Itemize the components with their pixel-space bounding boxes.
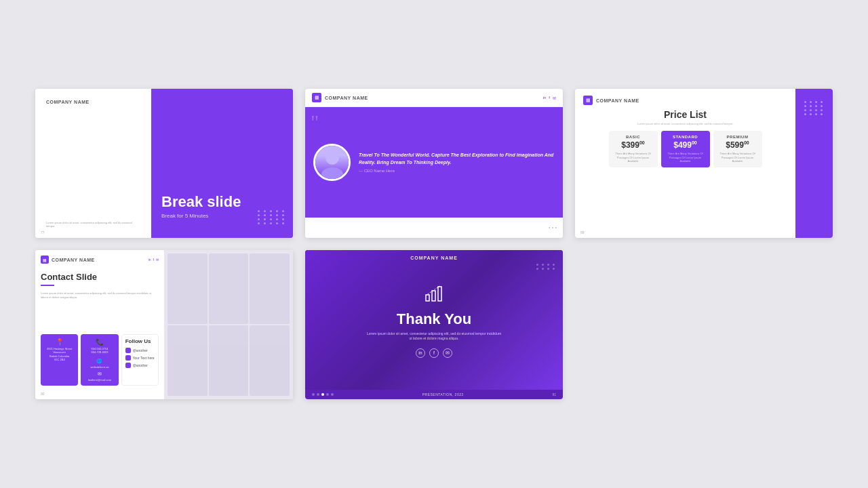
address-card: 📍 4921 Hastings Street Vancouver British… — [41, 334, 78, 386]
tier-premium: PREMIUM — [717, 135, 759, 139]
follow-text-1: @another — [133, 348, 148, 352]
slide-3-price[interactable]: ▦ COMPANY NAME Price List Lorem ipsum do… — [575, 89, 833, 238]
tier-basic: BASIC — [612, 135, 654, 139]
price-premium: $59900 — [717, 140, 759, 150]
contact-right-image — [164, 250, 293, 399]
price-list-subtitle: Lorem ipsum dolor sit amet, consectetur … — [583, 122, 787, 125]
cents-basic: 00 — [639, 140, 645, 145]
follow-us-title: Follow Us — [125, 338, 155, 344]
slide-grid: COMPANY NAME Lorem ipsum dolor sit amet,… — [15, 68, 853, 420]
price-standard: $49900 — [665, 140, 707, 150]
svg-point-1 — [321, 167, 343, 179]
location-icon: 📍 — [45, 338, 74, 346]
thankyou-title: Thank You — [366, 310, 502, 328]
empty-slot — [575, 250, 833, 399]
linkedin-follow-icon — [125, 348, 131, 353]
phone-icon: 📞 — [85, 338, 114, 346]
tier-standard: STANDARD — [665, 135, 707, 139]
website-text: websitehere.ca — [85, 365, 114, 369]
facebook-icon — [272, 94, 279, 101]
price-card-standard: STANDARD $49900 There Are Many Variation… — [661, 131, 710, 167]
cents-standard: 00 — [692, 140, 697, 145]
follow-text-2: Your Text here — [133, 356, 155, 360]
dot-5 — [331, 393, 334, 396]
follow-card: Follow Us @another Your Text here @anoth… — [121, 334, 159, 386]
break-subtitle: Break for 5 Minutes — [161, 213, 208, 219]
email-card-icon: ✉ — [85, 371, 114, 377]
contact-lorem: Lorem ipsum dolor sit amet, consectetur … — [41, 291, 159, 299]
cents-premium: 00 — [744, 140, 749, 145]
slide-number-1: 77 — [41, 230, 45, 235]
company-name-4: COMPANY NAME — [52, 258, 95, 262]
desc-standard: There Are Many Variations Of Passages Of… — [665, 152, 707, 163]
testimonial-avatar — [313, 144, 351, 181]
thankyou-chart-icon — [366, 283, 502, 306]
slide-5-thankyou[interactable]: COMPANY NAME Thank You Lorem ipsum dolor… — [305, 250, 563, 399]
progress-dots — [312, 393, 334, 396]
price-right-decoration — [795, 89, 833, 238]
dot-1 — [312, 393, 315, 396]
thankyou-footer: PRESENTATION, 2022 91 — [305, 390, 563, 399]
desc-premium: There Are Many Variations Of Passages Of… — [717, 152, 759, 163]
phone-card: 📞 604-042-0754 604-728-4603 🌐 websiteher… — [81, 334, 118, 386]
dot-4 — [326, 393, 329, 396]
follow-text-3: @another — [133, 363, 148, 367]
slide-number-4: 90 — [41, 392, 45, 396]
thankyou-lorem: Lorem ipsum dolor sit amet, consectetur … — [366, 331, 502, 342]
contact-slide-title: Contact Slide — [41, 272, 159, 282]
testimonial-quote: Travel To The Wonderful World. Capture T… — [359, 152, 555, 166]
slide-number-3: 89 — [580, 230, 585, 235]
company-name-2: COMPANY NAME — [325, 96, 368, 100]
follow-item-3: @another — [125, 363, 155, 368]
price-list-title: Price List — [583, 109, 787, 120]
price-card-basic: BASIC $39900 There Are Many Variations O… — [609, 131, 658, 167]
thankyou-facebook-icon: f — [429, 348, 439, 358]
follow-item-1: @another — [125, 348, 155, 353]
svg-rect-4 — [438, 287, 441, 301]
email-text: lasthere@mail.com — [85, 378, 114, 382]
phone-text: 604-042-0754 604-728-4603 — [85, 347, 114, 354]
company-name-1: COMPANY NAME — [46, 100, 90, 104]
slide-4-contact[interactable]: ▦ COMPANY NAME in f ✉ Contact Slide Lore… — [35, 250, 293, 399]
company-name-3: COMPANY NAME — [596, 98, 639, 103]
price-card-premium: PREMIUM $59900 There Are Many Variations… — [713, 131, 762, 167]
email-icon — [281, 94, 288, 101]
thankyou-company: COMPANY NAME — [410, 256, 458, 260]
thankyou-social-icons: in f ✉ — [366, 348, 502, 358]
slide-number-5: 91 — [552, 392, 556, 396]
svg-rect-3 — [432, 291, 435, 301]
more-dots-icon: ⋯ — [548, 222, 557, 233]
thankyou-linkedin-icon: in — [416, 348, 425, 358]
facebook-follow-icon — [125, 355, 131, 361]
dot-3 — [321, 393, 324, 396]
thankyou-presentation-year: PRESENTATION, 2022 — [422, 392, 464, 396]
break-title: Break slide — [161, 193, 241, 211]
contact-divider — [41, 285, 54, 286]
linkedin-icon — [263, 94, 270, 101]
thankyou-email-icon: ✉ — [443, 348, 452, 358]
twitter-follow-icon — [125, 363, 131, 368]
lorem-text-1: Lorem ipsum dolor sit amet, consectetur … — [46, 221, 140, 228]
desc-basic: There Are Many Variations Of Passages Of… — [612, 152, 654, 163]
svg-rect-2 — [426, 295, 429, 301]
address-text: 4921 Hastings Street Vancouver British C… — [45, 347, 74, 361]
website-icon: 🌐 — [85, 359, 114, 364]
slide-1-break[interactable]: COMPANY NAME Lorem ipsum dolor sit amet,… — [35, 89, 293, 238]
ceo-name: — CEO Name Here — [359, 169, 555, 173]
price-cards-container: BASIC $39900 There Are Many Variations O… — [583, 131, 787, 167]
price-basic: $39900 — [612, 140, 654, 150]
follow-item-2: Your Text here — [125, 355, 155, 361]
slide-2-testimonial[interactable]: ▦ COMPANY NAME in f ✉ " Tra — [305, 89, 563, 238]
dot-2 — [317, 393, 319, 396]
svg-point-0 — [326, 151, 339, 165]
